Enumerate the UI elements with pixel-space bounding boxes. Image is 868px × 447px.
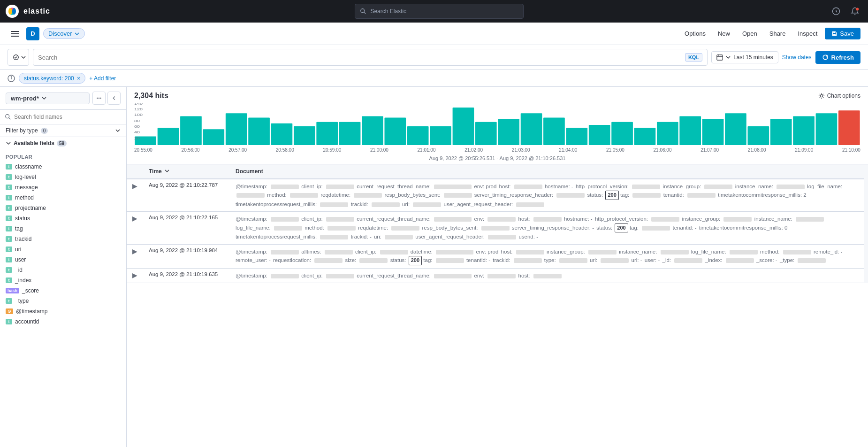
field-name: log-level [15,174,36,180]
show-dates-button[interactable]: Show dates [782,54,812,61]
chart-x-label: 20:55:00 [134,147,152,153]
chart-x-label: 20:57:00 [228,147,247,153]
expand-cell[interactable]: ▶ [127,212,143,244]
svg-point-23 [99,98,100,99]
sidebar-field-item[interactable]: tmessage [4,182,122,193]
alerts-icon-btn[interactable] [847,4,862,19]
global-search-bar[interactable]: Search Elastic [355,4,524,19]
svg-point-4 [12,8,16,15]
svg-rect-58 [816,113,838,145]
sidebar-field-item[interactable]: tstatus [4,213,122,224]
training-icon-btn[interactable] [829,4,844,19]
hamburger-button[interactable] [8,26,23,41]
save-button[interactable]: Save [825,28,860,39]
blurred-value [320,235,348,239]
app-bar: D Discover Options New Open Share Inspec… [0,23,868,45]
query-input-wrap[interactable]: KQL [33,49,708,66]
blurred-value [661,250,689,254]
field-name: _id [15,267,23,273]
search-fields-input[interactable] [14,114,122,120]
elastic-wordmark: elastic [23,7,50,15]
blurred-value [488,235,516,239]
sidebar-field-item[interactable]: taccountid [4,316,122,327]
blurred-value [516,202,544,207]
sidebar-field-item[interactable]: turi [4,244,122,254]
refresh-icon [822,54,829,61]
expand-button[interactable]: ▶ [132,247,137,255]
status-value: 200 [615,224,628,233]
blurred-value [516,250,544,254]
field-label: uri: [590,257,597,263]
expand-cell[interactable]: ▶ [127,268,143,283]
sidebar-field-item[interactable]: t_type [4,296,122,306]
field-name: accountid [15,318,39,325]
field-label: instance_name: [735,184,773,189]
field-label: requestlocation: [273,257,311,263]
options-button[interactable]: Options [680,28,710,39]
new-button[interactable]: New [713,28,735,39]
sidebar-more-button[interactable] [92,92,106,105]
sidebar-field-item[interactable]: tuser [4,254,122,265]
expand-cell[interactable]: ▶ [127,244,143,268]
expand-cell[interactable]: ▶ [127,179,143,212]
time-col-label: Time [149,168,162,175]
time-picker-button[interactable]: Last 15 minutes [711,51,778,63]
popular-label: Popular [4,151,122,162]
blurred-value [274,226,302,231]
field-label: alltimes: [301,249,321,254]
blurred-value [559,258,587,263]
sidebar-field-item[interactable]: tprojectname [4,203,122,213]
filter-chip[interactable]: status.keyword: 200 × [19,73,85,84]
sidebar-field-item[interactable]: ttag [4,224,122,234]
field-label: current_request_thread_name: [357,184,431,189]
field-label: server_timing_response_header: - [512,225,594,231]
sidebar-field-item[interactable]: ttrackid [4,234,122,244]
sidebar-field-item[interactable]: tlog-level [4,172,122,182]
field-label: client_ip: [301,184,322,189]
svg-rect-51 [657,122,678,145]
blurred-value [632,193,661,198]
field-label: @timestamp: [236,184,267,189]
field-label: user_agent_request_header: [415,234,485,239]
refresh-label: Refresh [831,54,854,61]
inspect-button[interactable]: Inspect [793,28,822,39]
svg-rect-30 [180,116,202,145]
sidebar-field-item[interactable]: t_id [4,265,122,275]
add-filter-button[interactable]: + Add filter [89,75,116,82]
svg-text:80: 80 [134,118,140,123]
filter-info-icon[interactable] [8,75,15,82]
expand-button[interactable]: ▶ [132,182,137,190]
query-input[interactable] [38,54,681,61]
field-label: @timestamp: [236,273,267,278]
expand-button[interactable]: ▶ [132,271,137,279]
svg-point-3 [8,8,12,15]
sidebar-field-item[interactable]: hash_score [4,285,122,296]
sidebar-field-item[interactable]: tclassname [4,162,122,172]
refresh-button[interactable]: Refresh [815,51,860,64]
svg-rect-45 [521,113,542,145]
index-selector[interactable]: wm-prod* [6,92,90,104]
sidebar-field-item[interactable]: ⊙@timestamp [4,306,122,316]
available-fields-header[interactable]: Available fields 59 [6,140,121,146]
expand-button[interactable]: ▶ [132,215,137,222]
sidebar-back-button[interactable] [107,92,121,105]
blurred-value [391,226,419,231]
blurred-value [723,217,752,222]
chart-options-button[interactable]: Chart options [818,92,860,99]
kql-badge[interactable]: KQL [685,53,702,62]
chart-header: 2,304 hits Chart options [134,92,860,100]
svg-rect-59 [838,110,860,145]
document-col-label: Document [236,168,263,175]
filter-type-row[interactable]: Filter by type 0 [0,124,126,137]
discover-app-pill[interactable]: Discover [43,28,85,39]
sidebar-field-item[interactable]: t_index [4,275,122,285]
results-area[interactable]: Time Document ▶Aug 9, 2022 @ 21:10:22.78… [127,164,868,447]
histogram-chart[interactable]: 14012010080604020 [134,103,860,145]
sidebar-field-item[interactable]: tmethod [4,193,122,203]
expand-col-header [127,164,143,179]
open-button[interactable]: Open [738,28,762,39]
share-button[interactable]: Share [765,28,791,39]
filter-chip-remove[interactable]: × [77,75,81,82]
time-col-header[interactable]: Time [143,164,230,179]
chart-range-label: Aug 9, 2022 @ 20:55:26.531 - Aug 9, 2022… [134,154,860,164]
